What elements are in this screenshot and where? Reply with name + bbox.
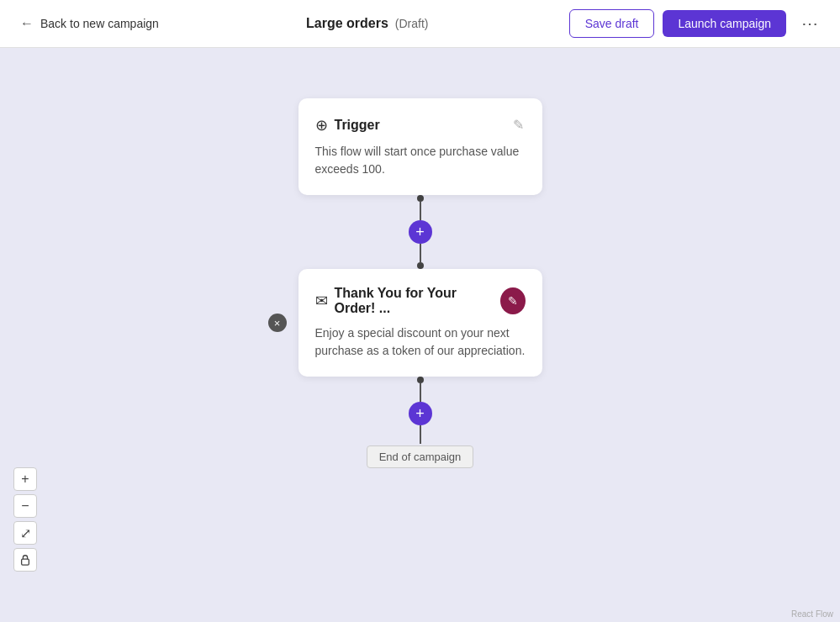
more-options-button[interactable]: ⋯ bbox=[795, 10, 827, 37]
svg-rect-0 bbox=[22, 559, 29, 565]
connector-line-3 bbox=[420, 383, 421, 402]
trigger-description: This flow will start once purchase value… bbox=[315, 143, 526, 178]
react-flow-label: React Flow bbox=[791, 609, 833, 619]
header: ← Back to new campaign Large orders (Dra… bbox=[0, 0, 840, 48]
email-icon: ✉ bbox=[315, 292, 328, 310]
fit-view-button[interactable]: ⤢ bbox=[13, 521, 37, 545]
back-label: Back to new campaign bbox=[40, 17, 159, 30]
delete-icon: × bbox=[274, 317, 281, 329]
header-actions: Save draft Launch campaign ⋯ bbox=[569, 9, 827, 38]
connector-1: + bbox=[409, 195, 432, 269]
connector-line-4 bbox=[420, 425, 421, 444]
email-title: Thank You for Your Order! ... bbox=[335, 286, 501, 316]
zoom-in-button[interactable]: + bbox=[13, 467, 37, 491]
zoom-controls: + − ⤢ bbox=[13, 467, 37, 572]
connector-line-2 bbox=[420, 244, 421, 262]
flow-canvas: ⊕ Trigger ✎ This flow will start once pu… bbox=[0, 48, 840, 622]
back-arrow-icon: ← bbox=[20, 16, 34, 31]
connector-dot-1 bbox=[417, 195, 424, 202]
trigger-node-header: ⊕ Trigger ✎ bbox=[315, 115, 526, 134]
email-description: Enjoy a special discount on your next pu… bbox=[315, 324, 526, 360]
edit-pencil-icon: ✎ bbox=[508, 294, 518, 308]
trigger-icon: ⊕ bbox=[315, 116, 328, 134]
connector-2: + bbox=[409, 377, 432, 444]
zoom-out-button[interactable]: − bbox=[13, 494, 37, 518]
draft-badge: (Draft) bbox=[395, 17, 429, 30]
email-edit-button[interactable]: ✎ bbox=[500, 287, 525, 314]
trigger-node: ⊕ Trigger ✎ This flow will start once pu… bbox=[298, 98, 542, 195]
add-step-button-2[interactable]: + bbox=[409, 402, 432, 425]
flow-container: ⊕ Trigger ✎ This flow will start once pu… bbox=[298, 98, 542, 468]
trigger-title-row: ⊕ Trigger bbox=[315, 116, 380, 134]
lock-icon bbox=[19, 554, 31, 566]
add-step-button-1[interactable]: + bbox=[409, 220, 432, 244]
connector-dot-2 bbox=[417, 262, 424, 269]
header-center: Large orders (Draft) bbox=[166, 16, 569, 31]
launch-campaign-button[interactable]: Launch campaign bbox=[663, 10, 786, 37]
email-node: × ✉ Thank You for Your Order! ... ✎ Enjo… bbox=[298, 269, 542, 377]
edit-icon: ✎ bbox=[513, 118, 524, 132]
email-title-row: ✉ Thank You for Your Order! ... bbox=[315, 286, 501, 316]
trigger-edit-button[interactable]: ✎ bbox=[511, 115, 526, 134]
delete-email-node-button[interactable]: × bbox=[268, 314, 287, 332]
save-draft-button[interactable]: Save draft bbox=[569, 9, 655, 38]
trigger-title: Trigger bbox=[335, 118, 380, 133]
connector-dot-3 bbox=[417, 377, 424, 383]
connector-line-1 bbox=[420, 202, 421, 220]
campaign-title: Large orders bbox=[306, 16, 388, 31]
back-button[interactable]: ← Back to new campaign bbox=[13, 13, 166, 34]
lock-button[interactable] bbox=[13, 548, 37, 572]
end-of-campaign: End of campaign bbox=[367, 445, 474, 468]
email-node-header: ✉ Thank You for Your Order! ... ✎ bbox=[315, 286, 526, 316]
